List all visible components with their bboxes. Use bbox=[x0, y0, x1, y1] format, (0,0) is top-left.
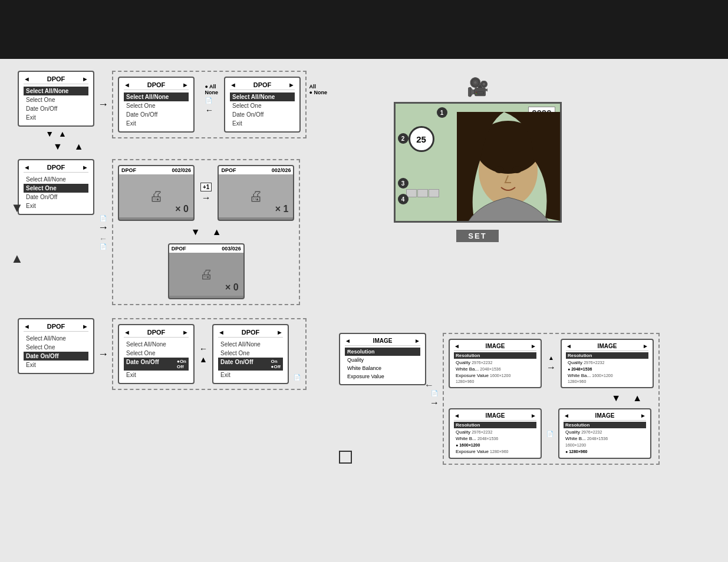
vertical-nav-1: ▼ ▲ bbox=[53, 141, 84, 152]
num-3-indicator: 3 bbox=[398, 178, 409, 189]
num-4-indicator: 4 bbox=[398, 194, 409, 204]
arrow-right-3-icon: → bbox=[202, 193, 211, 203]
sub-options-right: All ● None bbox=[309, 84, 327, 95]
num-1-indicator: 1 bbox=[437, 107, 447, 118]
image-card-top-mid: ◄ IMAGE ► Resolution Quality 2976×2232 W… bbox=[449, 339, 542, 388]
dpof-img-card-x0-bottom: DPOF 003/026 🖨 × 0 bbox=[168, 243, 245, 299]
img-qual-bot-right[interactable]: Quality 2976×2232 bbox=[564, 429, 646, 435]
small-icon-5: 📄 bbox=[431, 390, 438, 396]
dpof-dashed-row1: ◄ DPOF ► Select All/None Select One Date… bbox=[112, 71, 307, 138]
portrait-svg bbox=[457, 112, 560, 221]
dpof-card-row1-right: ◄ DPOF ► Select All/None Select One Date… bbox=[224, 77, 301, 133]
arrow-right-top-icon: → bbox=[546, 362, 556, 373]
dpof-item-select-all[interactable]: Select All/None bbox=[24, 87, 88, 95]
set-button[interactable]: SET bbox=[456, 230, 498, 242]
down-icon-img[interactable]: ▼ bbox=[611, 393, 621, 404]
arrow-right-2-icon: → bbox=[98, 222, 108, 234]
dpof-img-card-x0: DPOF 002/026 🖨 × 0 bbox=[118, 165, 195, 221]
arrow-right-icon: → bbox=[98, 98, 108, 110]
dpof-card-date-right: ◄ DPOF ► Select All/None Select One Date… bbox=[212, 324, 289, 384]
img-qual-top-right[interactable]: Quality 2976×2232 bbox=[566, 359, 648, 366]
dpof-date-dashed: ◄ DPOF ► Select All/None Select One Date… bbox=[112, 318, 307, 390]
arrows-strip bbox=[406, 189, 439, 197]
img-wb-bot-right[interactable]: White B... 2048×1536 bbox=[564, 435, 646, 442]
plus1-badge: +1 bbox=[200, 183, 212, 191]
dpof-item-date-on-mid[interactable]: Date On/Off ●OnOff bbox=[124, 358, 189, 371]
down-icon-2[interactable]: ▼ bbox=[191, 227, 200, 237]
count-x0-b: × 0 bbox=[225, 282, 239, 293]
down-icon-1[interactable]: ▼ bbox=[53, 141, 62, 152]
img-qual-top-mid[interactable]: Quality 2976×2232 bbox=[454, 359, 536, 366]
dpof-card-date-mid: ◄ DPOF ► Select All/None Select One Date… bbox=[118, 324, 195, 384]
small-icon-1: 📄 bbox=[205, 97, 212, 104]
dpof-item-date-off-right[interactable]: Date On/Off On●Off bbox=[218, 358, 283, 371]
camera-icon: 🎥 bbox=[467, 77, 489, 97]
arrow-left-small-icon: ← bbox=[205, 105, 213, 115]
small-icon-4: 📄 bbox=[294, 374, 301, 381]
dpof-item-select-all-right[interactable]: Select All/None bbox=[230, 92, 295, 101]
viewfinder: 1 0000 2 25 3 4 AM 10 : 46 02/6/8 bbox=[394, 102, 562, 223]
circle-25: 25 bbox=[409, 126, 434, 152]
img-item-resolution-main[interactable]: Resolution bbox=[345, 348, 420, 356]
up-icon-1[interactable]: ▲ bbox=[74, 141, 84, 152]
doc-icon-2: 🖨 bbox=[249, 188, 263, 204]
big-up-icon[interactable]: ▲ bbox=[11, 251, 24, 266]
arrow-right-4-icon: → bbox=[98, 348, 108, 361]
icon-top: ▲ bbox=[548, 355, 554, 361]
dpof-item-select-one-row2[interactable]: Select One bbox=[24, 184, 88, 193]
img-res-top-right[interactable]: Resolution bbox=[566, 352, 648, 359]
up-icon-2[interactable]: ▲ bbox=[212, 227, 222, 237]
img-item-ev-main[interactable]: Exposure Value bbox=[345, 372, 420, 381]
up-icon-img[interactable]: ▲ bbox=[633, 393, 642, 404]
image-card-top-right: ◄ IMAGE ► Resolution Quality 2976×2232 ●… bbox=[561, 339, 654, 388]
dpof-card-row1-mid: ◄ DPOF ► Select All/None Select One Date… bbox=[118, 77, 195, 133]
small-icon-3: 📄 bbox=[100, 243, 107, 250]
svg-point-5 bbox=[512, 166, 522, 173]
dpof-card-row1-left: ◄ DPOF ► Select All/None Select One Date… bbox=[18, 71, 94, 127]
dpof-item-exit[interactable]: Exit bbox=[24, 113, 88, 122]
img-res-top-mid[interactable]: Resolution bbox=[454, 352, 536, 359]
img-active-bot-right: ● 1280×960 bbox=[564, 448, 646, 455]
top-bar bbox=[0, 0, 728, 59]
up-arrow-icon[interactable]: ▲ bbox=[58, 129, 67, 138]
doc-icon-1: 🖨 bbox=[149, 188, 163, 204]
img-res-bot-right[interactable]: Resolution bbox=[564, 422, 646, 428]
dpof-item-date-row3[interactable]: Date On/Off bbox=[24, 352, 88, 361]
vertical-nav-main: ▼ ▲ bbox=[11, 200, 24, 266]
image-card-bot-right: ◄ IMAGE ► Resolution Quality 2976×2232 W… bbox=[558, 408, 651, 459]
arrow-left-5-icon: ← bbox=[199, 344, 207, 353]
img-wb-bot-mid[interactable]: White B... 2048×1536 bbox=[454, 435, 536, 442]
image-card-main: ◄ IMAGE ► Resolution Quality White Balan… bbox=[339, 333, 426, 385]
up-icon-3[interactable]: ▲ bbox=[199, 355, 207, 364]
square-button[interactable] bbox=[339, 451, 352, 464]
img-ev-top-mid[interactable]: Exposure Value 1600×1200 bbox=[454, 372, 536, 379]
main-content: ◄ DPOF ► Select All/None Select One Date… bbox=[0, 59, 728, 562]
dpof-card-row3-left: ◄ DPOF ► Select All/None Select One Date… bbox=[18, 318, 94, 374]
down-arrow-icon[interactable]: ▼ bbox=[45, 129, 54, 138]
img-item-wb-main[interactable]: White Balance bbox=[345, 364, 420, 372]
count-x1: × 1 bbox=[275, 204, 289, 214]
arrow-right-img-icon: → bbox=[430, 398, 439, 408]
sub-options-mid: ● All None bbox=[205, 84, 219, 95]
image-card-bot-mid: ◄ IMAGE ► Resolution Quality 2976×2232 W… bbox=[449, 408, 542, 459]
dpof-img-card-x1: DPOF 002/026 🖨 × 1 bbox=[218, 165, 294, 221]
dpof-item-select-all-mid[interactable]: Select All/None bbox=[124, 92, 189, 101]
small-icon-bot: 📄 bbox=[546, 431, 554, 437]
long-back-arrow-icon: ← bbox=[424, 380, 434, 391]
dpof-header: ◄ DPOF ► bbox=[24, 75, 88, 84]
dpof-image-dashed: DPOF 002/026 🖨 × 0 +1 → bbox=[112, 159, 300, 305]
num-2-indicator: 2 bbox=[398, 133, 409, 144]
img-active-bot-mid: ● 1600×1200 bbox=[454, 442, 536, 448]
img-qual-bot-mid[interactable]: Quality 2976×2232 bbox=[454, 429, 536, 435]
dpof-item-select-one[interactable]: Select One bbox=[24, 95, 88, 104]
svg-point-4 bbox=[495, 166, 504, 173]
img-wb-top-right-active: ● 2048×1536 bbox=[566, 366, 648, 372]
count-x0: × 0 bbox=[175, 204, 189, 214]
dpof-item-date[interactable]: Date On/Off bbox=[24, 104, 88, 113]
img-wb-top-mid[interactable]: White Ba... 2048×1536 bbox=[454, 366, 536, 372]
img-res-bot-mid[interactable]: Resolution bbox=[454, 422, 536, 428]
img-item-quality-main[interactable]: Quality bbox=[345, 356, 420, 364]
arrow-left-2-icon: ← bbox=[99, 234, 107, 243]
small-icon-2: 📄 bbox=[100, 215, 107, 222]
big-down-icon[interactable]: ▼ bbox=[11, 200, 24, 216]
